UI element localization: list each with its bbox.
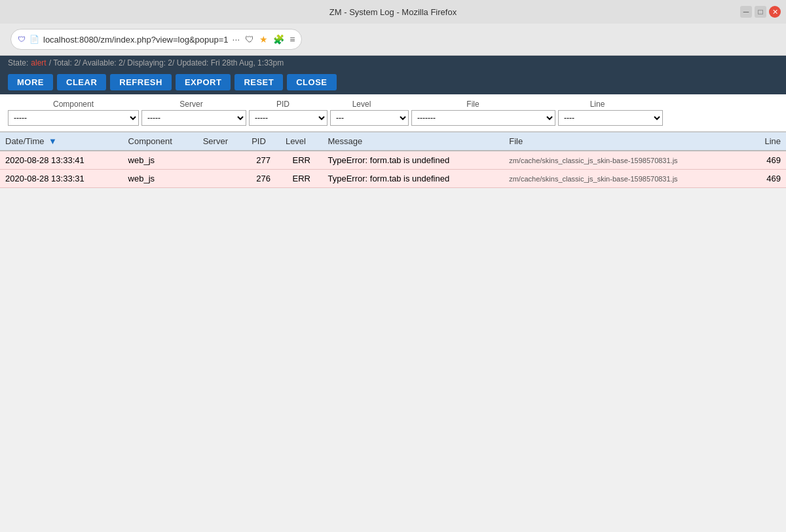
col-header-pid[interactable]: PID xyxy=(246,132,280,151)
server-filter-select[interactable]: ----- xyxy=(141,110,246,126)
message-cell: TypeError: form.tab is undefined xyxy=(322,151,504,170)
shield-security-icon: 🛡 xyxy=(245,34,254,45)
filter-labels: Component Server PID Level File Line xyxy=(0,100,786,110)
header-row: Date/Time ▼ Component Server PID Level xyxy=(0,132,786,151)
line-cell: 469 xyxy=(749,151,786,170)
refresh-button[interactable]: REFRESH xyxy=(110,74,172,90)
puzzle-icon: 🧩 xyxy=(273,34,284,45)
title-bar-controls: ─ □ ✕ xyxy=(740,6,781,18)
pid-cell: 277 xyxy=(246,151,280,170)
log-table-container: Date/Time ▼ Component Server PID Level xyxy=(0,132,786,188)
datetime-cell: 2020-08-28 13:33:41 xyxy=(0,151,123,170)
server-cell xyxy=(198,151,246,170)
minimize-button[interactable]: ─ xyxy=(740,6,752,18)
status-bar: State: alert / Total: 2/ Available: 2/ D… xyxy=(0,56,786,70)
file-cell: zm/cache/skins_classic_js_skin-base-1598… xyxy=(504,170,749,188)
log-table: Date/Time ▼ Component Server PID Level xyxy=(0,132,786,188)
level-cell: ERR xyxy=(280,151,323,170)
more-button[interactable]: MORE xyxy=(8,74,53,90)
url-display[interactable]: localhost:8080/zm/index.php?view=log&pop… xyxy=(43,35,229,45)
export-button[interactable]: EXPORT xyxy=(176,74,231,90)
pid-cell: 276 xyxy=(246,170,280,188)
table-header: Date/Time ▼ Component Server PID Level xyxy=(0,132,786,151)
file-filter-label: File xyxy=(401,100,545,109)
title-bar: ZM - System Log - Mozilla Firefox ─ □ ✕ xyxy=(0,0,786,24)
app-content: State: alert / Total: 2/ Available: 2/ D… xyxy=(0,56,786,188)
filter-inputs: ----- ----- ----- --- ------- ---- xyxy=(0,110,786,126)
pid-filter-select[interactable]: ----- xyxy=(249,110,328,126)
bookmark-icon[interactable]: ★ xyxy=(259,34,268,45)
clear-button[interactable]: CLEAR xyxy=(57,74,106,90)
page-icon: 📄 xyxy=(29,35,39,44)
server-cell xyxy=(198,170,246,188)
line-filter-label: Line xyxy=(545,100,650,109)
server-filter-label: Server xyxy=(139,100,244,109)
sort-desc-icon: ▼ xyxy=(48,136,57,146)
col-header-level[interactable]: Level xyxy=(280,132,323,151)
table-body: 2020-08-28 13:33:41web_js277ERRTypeError… xyxy=(0,151,786,188)
datetime-cell: 2020-08-28 13:33:31 xyxy=(0,170,123,188)
maximize-button[interactable]: □ xyxy=(755,6,766,18)
address-bar: 🛡 📄 localhost:8080/zm/index.php?view=log… xyxy=(10,29,302,50)
status-alert-value: alert xyxy=(31,58,46,67)
component-filter-select[interactable]: ----- xyxy=(8,110,139,126)
level-filter-select[interactable]: --- xyxy=(330,110,409,126)
pid-filter-label: PID xyxy=(244,100,322,109)
state-label: State: xyxy=(8,58,28,67)
browser-chrome: ZM - System Log - Mozilla Firefox ─ □ ✕ … xyxy=(0,0,786,56)
close-button[interactable]: CLOSE xyxy=(287,74,336,90)
file-filter-select[interactable]: ------- xyxy=(411,110,555,126)
file-cell: zm/cache/skins_classic_js_skin-base-1598… xyxy=(504,151,749,170)
browser-toolbar-icons: ··· 🛡 ★ 🧩 ≡ xyxy=(233,34,295,45)
line-filter-select[interactable]: ---- xyxy=(558,110,663,126)
col-header-component[interactable]: Component xyxy=(123,132,198,151)
level-cell: ERR xyxy=(280,170,323,188)
toolbar: MORE CLEAR REFRESH EXPORT RESET CLOSE xyxy=(0,70,786,94)
component-filter-label: Component xyxy=(8,100,139,109)
col-header-line[interactable]: Line xyxy=(749,132,786,151)
shield-icon: 🛡 xyxy=(18,35,26,44)
col-header-message[interactable]: Message xyxy=(322,132,504,151)
col-header-file[interactable]: File xyxy=(504,132,749,151)
col-header-datetime[interactable]: Date/Time ▼ xyxy=(0,132,123,151)
line-cell: 469 xyxy=(749,170,786,188)
table-row: 2020-08-28 13:33:41web_js277ERRTypeError… xyxy=(0,151,786,170)
dots-icon[interactable]: ··· xyxy=(233,34,240,45)
message-cell: TypeError: form.tab is undefined xyxy=(322,170,504,188)
component-cell: web_js xyxy=(123,170,198,188)
level-filter-label: Level xyxy=(322,100,401,109)
menu-icon[interactable]: ≡ xyxy=(290,34,295,45)
filters-section: Component Server PID Level File Line ---… xyxy=(0,94,786,132)
reset-button[interactable]: RESET xyxy=(234,74,283,90)
table-row: 2020-08-28 13:33:31web_js276ERRTypeError… xyxy=(0,170,786,188)
col-header-server[interactable]: Server xyxy=(198,132,246,151)
browser-close-button[interactable]: ✕ xyxy=(769,6,781,18)
browser-title: ZM - System Log - Mozilla Firefox xyxy=(329,7,457,17)
status-info-text: / Total: 2/ Available: 2/ Displaying: 2/… xyxy=(49,58,284,67)
component-cell: web_js xyxy=(123,151,198,170)
